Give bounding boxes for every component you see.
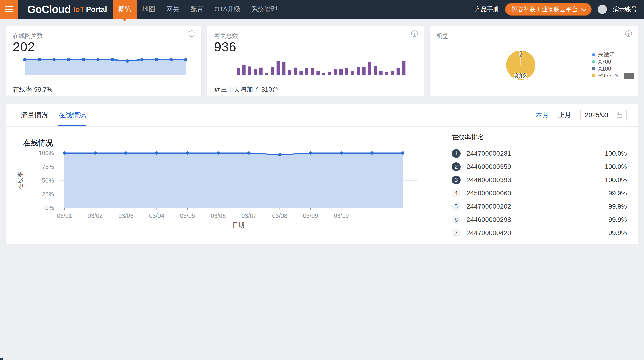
online-rate-chart: 0%25%50%75%100%03/0103/0203/0303/0403/05…: [6, 145, 430, 234]
svg-text:2: 2: [519, 52, 522, 58]
gateway-id: 244700000281: [466, 150, 511, 157]
card-total-gateways: 网关总数 ⓘ 936 近三十天增加了 310台: [207, 26, 424, 96]
ranking-row: 624460000029899.9%: [452, 213, 627, 226]
redaction-box: [624, 73, 634, 79]
card-title: 机型: [437, 32, 449, 40]
ranking-row: 724470000042099.9%: [452, 226, 627, 239]
menu-toggle-button[interactable]: [0, 0, 18, 19]
online-rate-value: 99.9%: [608, 216, 627, 223]
stats-panel: 流量情况在线情况 本月 上月 2025/03 在线情况 0%25%50%75%1…: [6, 104, 638, 244]
chevron-down-icon: [581, 6, 586, 12]
legend-item-r9660s[interactable]: R9660S-: [592, 72, 634, 79]
legend-label: X100: [598, 65, 611, 72]
svg-text:75%: 75%: [42, 163, 54, 170]
rank-badge: 3: [452, 175, 460, 185]
nav-item-config[interactable]: 配置: [185, 0, 209, 19]
growth-footer: 近三十天增加了 310台: [214, 85, 279, 94]
stat-cards-row: 在线网关数 ⓘ 202 在线率 99.7% 网关总数 ⓘ 936 近三十天增加了…: [6, 26, 638, 96]
nav-item-overview[interactable]: 概览: [112, 0, 137, 19]
online-rate-value: 100.0%: [605, 176, 627, 184]
ranking-row: 424500000006099.9%: [452, 187, 627, 200]
org-selector-button[interactable]: 锐谷智联工业物联云平台: [505, 3, 592, 16]
svg-text:03/09: 03/09: [303, 212, 318, 219]
svg-text:25%: 25%: [42, 191, 54, 198]
info-icon[interactable]: ⓘ: [188, 30, 195, 37]
month-picker[interactable]: 2025/03: [580, 109, 627, 121]
svg-text:03/01: 03/01: [57, 212, 72, 219]
ranking-row: 2244600000359100.0%: [452, 160, 627, 173]
main-nav: 概览地图网关配置OTA升级系统管理: [112, 0, 283, 19]
legend-dot: [592, 67, 595, 70]
divider: [13, 82, 194, 82]
nav-right-group: 产品手册 锐谷智联工业物联云平台 演示账号: [475, 3, 637, 16]
tabs-group: 流量情况在线情况: [20, 104, 96, 126]
card-models: 机型 ⓘ 12932 未激活X700X100R9660S-: [430, 26, 638, 96]
online-gateways-sparkline: [22, 57, 188, 77]
hamburger-icon: [5, 6, 13, 12]
svg-text:03/10: 03/10: [334, 212, 349, 219]
legend-item-x700[interactable]: X700: [592, 58, 634, 65]
online-gateways-value: 202: [13, 39, 35, 54]
legend-label: R9660S-: [598, 72, 620, 79]
svg-text:03/02: 03/02: [88, 212, 102, 219]
svg-text:03/07: 03/07: [242, 212, 256, 219]
total-gateways-value: 936: [214, 39, 236, 54]
online-rate-value: 99.9%: [608, 190, 627, 197]
nav-item-gateway[interactable]: 网关: [161, 0, 185, 19]
legend-item-[interactable]: 未激活: [592, 51, 634, 58]
legend-dot: [592, 60, 595, 63]
avatar[interactable]: [598, 5, 607, 14]
online-rate-value: 100.0%: [605, 150, 627, 157]
rank-badge: 1: [452, 149, 460, 158]
gateway-id: 244600000393: [466, 176, 511, 184]
nav-item-system[interactable]: 系统管理: [246, 0, 283, 19]
product-manual-link[interactable]: 产品手册: [475, 5, 499, 14]
rank-badge: 7: [452, 229, 460, 237]
card-online-gateways: 在线网关数 ⓘ 202 在线率 99.7%: [6, 26, 201, 96]
ranking-rows: 1244700000281100.0%2244600000359100.0%32…: [452, 147, 627, 239]
ranking-title: 在线率排名: [452, 133, 627, 142]
svg-text:932: 932: [514, 72, 526, 80]
gateway-id: 245000000060: [466, 190, 511, 197]
svg-text:03/05: 03/05: [180, 212, 195, 219]
legend-label: X700: [598, 58, 611, 65]
svg-text:在线率: 在线率: [17, 171, 24, 190]
logo-name: GoCloud: [27, 3, 71, 16]
account-name[interactable]: 演示账号: [613, 5, 637, 14]
online-rate-footer: 在线率 99.7%: [13, 85, 52, 94]
top-navbar: GoCloud IoT Portal 概览地图网关配置OTA升级系统管理 产品手…: [0, 0, 644, 19]
models-pie-chart: 12932: [494, 46, 550, 88]
svg-text:03/04: 03/04: [149, 212, 164, 219]
panel-tabbar: 流量情况在线情况 本月 上月 2025/03: [6, 104, 638, 127]
tab-online[interactable]: 在线情况: [58, 104, 86, 126]
online-rate-ranking: 在线率排名 1244700000281100.0%224460000035910…: [452, 133, 627, 239]
online-rate-value: 100.0%: [605, 163, 627, 170]
period-controls: 本月 上月 2025/03: [536, 109, 627, 121]
nav-item-map[interactable]: 地图: [137, 0, 161, 19]
legend-item-x100[interactable]: X100: [592, 65, 634, 72]
models-legend: 未激活X700X100R9660S-: [592, 51, 634, 79]
gateway-id: 244700000420: [466, 229, 511, 237]
rank-badge: 6: [452, 215, 460, 224]
gateway-id: 244600000298: [466, 216, 511, 223]
tab-traffic[interactable]: 流量情况: [20, 104, 48, 126]
info-icon[interactable]: ⓘ: [411, 30, 418, 37]
card-title: 网关总数: [214, 32, 238, 40]
this-month-button[interactable]: 本月: [536, 111, 549, 119]
card-title: 在线网关数: [13, 32, 43, 40]
ranking-row: 3244600000393100.0%: [452, 173, 627, 187]
nav-item-ota[interactable]: OTA升级: [209, 0, 246, 19]
svg-text:100%: 100%: [39, 150, 54, 156]
logo-sub-portal: Portal: [86, 5, 107, 14]
total-gateways-barchart: [236, 56, 408, 76]
svg-text:03/06: 03/06: [210, 212, 226, 219]
legend-label: 未激活: [598, 51, 615, 58]
info-icon[interactable]: ⓘ: [625, 30, 632, 37]
svg-text:03/08: 03/08: [272, 212, 287, 219]
legend-dot: [592, 53, 595, 56]
month-picker-value: 2025/03: [585, 111, 608, 119]
gateway-id: 244700000202: [466, 203, 511, 210]
svg-text:50%: 50%: [42, 177, 54, 184]
last-month-button[interactable]: 上月: [558, 111, 571, 119]
calendar-icon: [616, 112, 623, 118]
